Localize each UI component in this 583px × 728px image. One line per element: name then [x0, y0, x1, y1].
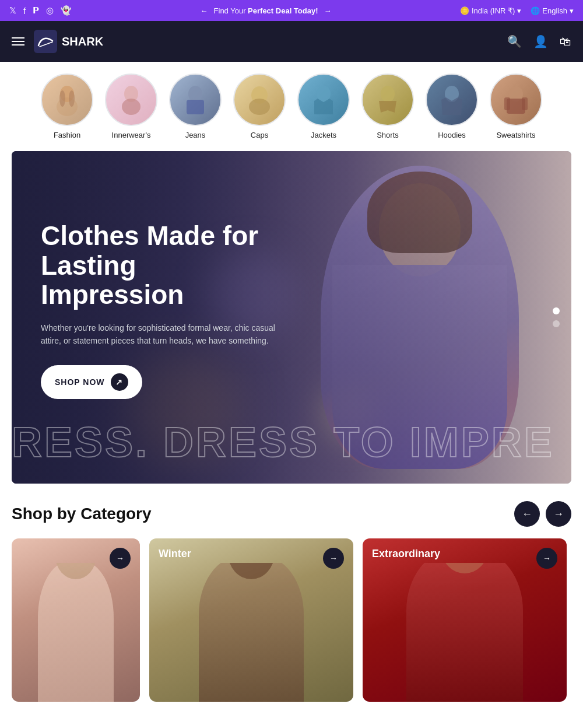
category-item-innerwear[interactable]: Innerwear's	[105, 74, 157, 139]
category-prev-button[interactable]: ←	[514, 501, 540, 527]
user-icon[interactable]: 👤	[533, 34, 548, 48]
snapchat-icon[interactable]: 👻	[61, 5, 72, 16]
category-circle-hoodies	[426, 74, 478, 126]
category-item-fashion[interactable]: Fashion	[41, 74, 93, 139]
logo-icon	[34, 30, 57, 53]
shop-by-category-section: Shop by Category ← → → Winter →	[0, 484, 583, 708]
hero-dot-2[interactable]	[553, 320, 560, 327]
shop-now-arrow-icon: ↗	[111, 373, 128, 391]
person-silhouette-winter	[149, 563, 353, 702]
category-circle-jackets	[297, 74, 350, 126]
hero-banner: Clothes Made for Lasting Impression Whet…	[12, 151, 571, 484]
header-left: SHARK	[12, 30, 103, 53]
hero-dot-1[interactable]	[553, 307, 560, 314]
category-card-1[interactable]: →	[12, 538, 140, 702]
shop-now-button[interactable]: SHOP NOW ↗	[41, 365, 142, 399]
region-selector[interactable]: 🪙 India (INR ₹) ▾	[460, 6, 521, 15]
person-silhouette-1	[12, 563, 140, 702]
arrow-left-icon[interactable]: ←	[201, 6, 208, 15]
svg-point-5	[122, 99, 141, 115]
category-item-caps[interactable]: Caps	[233, 74, 286, 139]
category-item-jackets[interactable]: Jackets	[297, 74, 350, 139]
top-bar-right: 🪙 India (INR ₹) ▾ 🌐 English ▾	[460, 6, 574, 15]
category-circle-shorts	[361, 74, 414, 126]
hero-title: Clothes Made for Lasting Impression	[41, 221, 286, 310]
shop-now-label: SHOP NOW	[55, 377, 105, 387]
social-links: 𝕏 f 𝗣 ◎ 👻	[9, 5, 72, 16]
category-label-caps: Caps	[251, 131, 268, 139]
person-silhouette-extraordinary	[363, 563, 567, 702]
category-label-jeans: Jeans	[185, 131, 206, 139]
section-title: Shop by Category	[12, 505, 152, 523]
lang-chevron-icon: ▾	[570, 6, 574, 15]
region-label: India (INR ₹)	[472, 6, 515, 15]
category-cards: → Winter → Extraordinary →	[12, 538, 571, 702]
svg-point-2	[59, 90, 65, 107]
category-strip: Fashion Innerwear's Jeans Caps	[0, 62, 583, 151]
category-card-label-extraordinary: Extraordinary	[372, 548, 440, 560]
category-label-shorts: Shorts	[377, 131, 399, 139]
promo-text: Find Your Perfect Deal Today!	[214, 6, 318, 15]
category-next-button[interactable]: →	[546, 501, 571, 527]
category-card-label-winter: Winter	[159, 548, 191, 560]
category-circle-innerwear	[105, 74, 157, 126]
header-right: 🔍 👤 🛍	[507, 34, 571, 48]
language-label: English	[542, 6, 567, 15]
category-label-sweatshirts: Sweatshirts	[496, 131, 535, 139]
globe-icon: 🌐	[531, 6, 540, 15]
hero-marquee: RESS. DRESS TO IMPRE	[12, 418, 571, 466]
promo-bar: ← Find Your Perfect Deal Today! →	[201, 6, 332, 15]
search-icon[interactable]: 🔍	[507, 34, 522, 48]
category-label-innerwear: Innerwear's	[112, 131, 151, 139]
category-item-shorts[interactable]: Shorts	[361, 74, 414, 139]
cart-icon[interactable]: 🛍	[560, 35, 571, 48]
category-circle-sweatshirts	[490, 74, 542, 126]
category-label-fashion: Fashion	[54, 131, 80, 139]
hero-description: Whether you're looking for sophisticated…	[41, 321, 286, 348]
section-header: Shop by Category ← →	[12, 501, 571, 527]
facebook-icon[interactable]: f	[23, 6, 26, 16]
logo-text: SHARK	[62, 35, 103, 48]
svg-rect-7	[187, 100, 204, 114]
arrow-right-icon[interactable]: →	[324, 6, 332, 15]
svg-point-11	[381, 86, 395, 102]
category-card-winter[interactable]: Winter →	[149, 538, 353, 702]
hero-content: Clothes Made for Lasting Impression Whet…	[41, 221, 286, 399]
currency-icon: 🪙	[460, 6, 469, 15]
category-circle-jeans	[169, 74, 222, 126]
svg-point-3	[69, 90, 75, 107]
svg-point-6	[188, 86, 202, 102]
region-chevron-icon: ▾	[517, 6, 521, 15]
section-nav: ← →	[514, 501, 571, 527]
twitter-icon[interactable]: 𝕏	[9, 5, 16, 16]
top-bar: 𝕏 f 𝗣 ◎ 👻 ← Find Your Perfect Deal Today…	[0, 0, 583, 21]
category-card-extraordinary[interactable]: Extraordinary →	[363, 538, 567, 702]
logo[interactable]: SHARK	[34, 30, 103, 53]
language-selector[interactable]: 🌐 English ▾	[531, 6, 574, 15]
category-circle-fashion	[41, 74, 93, 126]
category-label-hoodies: Hoodies	[438, 131, 466, 139]
category-item-hoodies[interactable]: Hoodies	[426, 74, 478, 139]
hamburger-menu[interactable]	[12, 37, 24, 46]
category-item-sweatshirts[interactable]: Sweatshirts	[490, 74, 542, 139]
svg-rect-16	[522, 97, 528, 110]
hero-dots	[553, 307, 560, 327]
svg-point-9	[249, 99, 270, 115]
category-label-jackets: Jackets	[311, 131, 336, 139]
instagram-icon[interactable]: ◎	[46, 5, 54, 16]
header: SHARK 🔍 👤 🛍	[0, 21, 583, 62]
svg-rect-15	[504, 97, 510, 110]
category-circle-caps	[233, 74, 286, 126]
pinterest-icon[interactable]: 𝗣	[33, 5, 39, 16]
category-item-jeans[interactable]: Jeans	[169, 74, 222, 139]
